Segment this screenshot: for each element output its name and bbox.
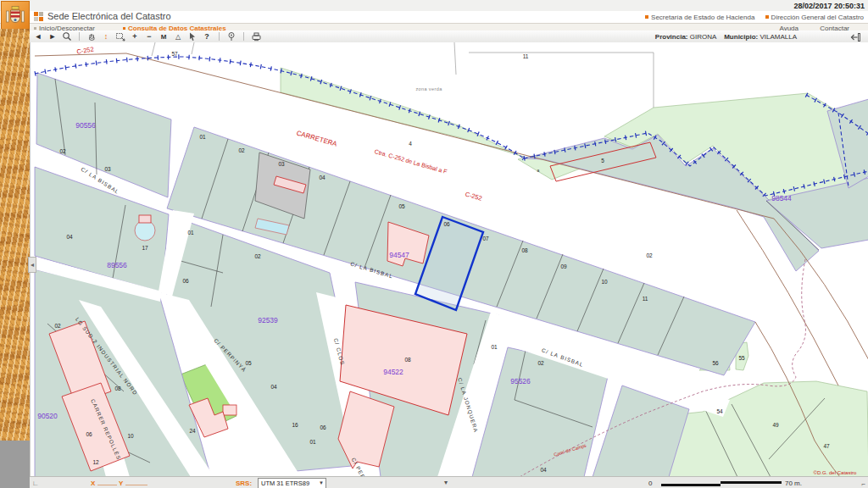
print-icon[interactable]	[250, 31, 262, 42]
parcel-number: 10	[601, 279, 608, 285]
parcel-number: 01	[187, 230, 194, 236]
parcel-number: 09	[560, 263, 567, 269]
aerial-photo-sidebar	[0, 0, 30, 488]
parcel-number: 17	[142, 245, 148, 251]
title-bar: Sede Electrónica del Catastro Secretaría…	[0, 11, 868, 23]
resize-corner-icon[interactable]: ⌐	[861, 480, 865, 488]
parcel-number: 02	[238, 147, 245, 153]
toolbar-separator	[79, 32, 80, 41]
zoom-out-icon[interactable]: −	[143, 31, 155, 42]
zoom-search-icon[interactable]	[61, 31, 73, 42]
chevron-down-icon: ▼	[319, 479, 324, 488]
parcel-number: 02	[537, 360, 544, 366]
cadastral-code: 89556	[107, 261, 127, 269]
parcel-number: 01	[199, 134, 206, 140]
parcel-number: 5	[601, 158, 604, 164]
x-coordinate-label: X	[91, 480, 95, 487]
parcel-number: 06	[443, 221, 450, 227]
gov-links: Secretaría de Estado de Hacienda Direcci…	[637, 14, 864, 21]
parcel-number: 05	[398, 203, 405, 209]
catastro-logo-icon	[34, 12, 43, 21]
spain-coat-of-arms-logo	[1, 1, 30, 30]
parcel-number: 12	[92, 459, 99, 465]
parcel-number: 06	[182, 278, 189, 284]
parcel-number: 57	[171, 51, 178, 57]
parcel-number: 02	[54, 323, 61, 329]
forward-icon[interactable]: ►	[47, 31, 58, 42]
bullet-icon	[765, 15, 769, 19]
cadastral-map-viewport[interactable]: 57 11 02 03 01 02 03 04 05 06 07 08 09 1…	[30, 42, 868, 476]
bullet-icon	[34, 27, 36, 30]
page-title: Sede Electrónica del Catastro	[47, 11, 171, 21]
parcel-number: 10	[127, 433, 134, 439]
cadastral-code: 90520	[37, 412, 58, 420]
parcel-number: 01	[491, 344, 498, 350]
parcel-number: 02	[59, 148, 66, 154]
pointer-query-icon[interactable]	[186, 31, 198, 42]
bullet-icon	[123, 27, 125, 30]
parcel-number: 08	[114, 385, 121, 391]
sidebar-collapse-handle[interactable]: ◂	[28, 257, 36, 273]
zone-label: zona verda	[415, 86, 442, 92]
link-dgc[interactable]: Dirección General del Catastro	[771, 14, 864, 21]
parcel-number: 4	[409, 141, 412, 147]
map-toolbar: ◄ ► ↕ + − M △ ? Provincia: GIRONA Munici…	[0, 30, 868, 43]
link-secretaria[interactable]: Secretaría de Estado de Hacienda	[651, 14, 754, 21]
cadastral-code: 92539	[258, 316, 278, 324]
datetime-display: 28/02/2017 20:50:31	[793, 2, 865, 10]
small-structure	[139, 215, 151, 223]
exit-icon[interactable]	[849, 31, 861, 42]
water-tank	[135, 220, 155, 241]
parcel-number: 03	[104, 166, 111, 172]
locate-pin-icon[interactable]	[225, 31, 237, 42]
y-coordinate-label: Y	[119, 480, 123, 487]
parcel-number: 16	[292, 422, 298, 428]
x-coordinate-line	[97, 485, 117, 485]
parcel-number: 03	[278, 161, 285, 167]
parcel-number: 06	[320, 424, 326, 430]
province-municipality: Provincia: GIRONA Municipio: VILAMALLA	[655, 33, 797, 41]
road-label: CARRETERA	[296, 129, 339, 147]
measure-icon[interactable]: M	[158, 31, 170, 42]
scale-zero-label: 0	[648, 480, 652, 487]
parcel-number: 08	[404, 357, 411, 363]
cadastral-code: 94522	[383, 368, 403, 376]
zoom-window-icon[interactable]	[114, 31, 126, 42]
pan-hand-icon[interactable]	[86, 31, 97, 42]
scale-bar: 0 70 m.	[648, 478, 818, 488]
parcel-number: 04	[270, 384, 277, 390]
catastro-app-window: 28/02/2017 20:50:31 Sede Electrónica del…	[0, 0, 868, 488]
toolbar-separator	[243, 32, 244, 41]
small-building	[223, 405, 236, 415]
parcel-number: 08	[521, 247, 528, 253]
parcel-number: 49	[772, 422, 779, 428]
subparcel-letter: a	[537, 168, 540, 173]
scale-segment	[721, 481, 782, 484]
cadastral-code: 94547	[389, 251, 409, 259]
sidebar-bottom-panel	[0, 441, 30, 488]
parcel-number: 24	[189, 428, 196, 434]
resize-corner-icon: ∟	[32, 480, 39, 487]
provincia-value: GIRONA	[690, 33, 717, 41]
footer-collapse-icon[interactable]: ▾	[444, 479, 448, 486]
area-icon[interactable]: △	[172, 31, 184, 42]
back-icon[interactable]: ◄	[32, 31, 44, 42]
parcel-number: 56	[712, 360, 719, 366]
copyright-label: ©D.G. del Catastro	[814, 470, 857, 475]
road-label: Ctra. C-252 de La Bisbal a F	[374, 148, 448, 175]
srs-select[interactable]: UTM 31 ETRS89▼	[258, 478, 326, 488]
parcel-number: 04	[66, 234, 73, 240]
help-icon[interactable]: ?	[201, 31, 213, 42]
top-status-bar: 28/02/2017 20:50:31	[0, 0, 868, 12]
parcel-number: 02	[254, 253, 261, 259]
toolbar-separator	[219, 32, 220, 41]
scale-segment	[661, 484, 721, 486]
parcel-number: 04	[540, 467, 547, 473]
parcel-number: 07	[482, 236, 489, 241]
parcel-number: 55	[738, 355, 745, 361]
municipio-value: VILAMALLA	[760, 33, 797, 41]
cadastral-code: 90556	[75, 121, 96, 130]
pan-vertical-icon[interactable]: ↕	[100, 31, 112, 42]
zoom-in-icon[interactable]: +	[129, 31, 141, 42]
parcel-number: 47	[823, 443, 830, 449]
